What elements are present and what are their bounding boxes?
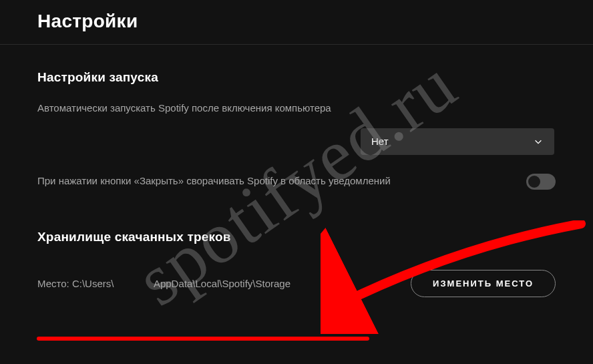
change-location-button[interactable]: ИЗМЕНИТЬ МЕСТО bbox=[411, 270, 556, 297]
page-title: Настройки bbox=[0, 0, 593, 44]
chevron-down-icon bbox=[533, 136, 544, 147]
section-heading-startup: Настройки запуска bbox=[37, 45, 556, 101]
settings-content: Настройки запуска Автоматически запускат… bbox=[0, 45, 593, 297]
annotation-underline bbox=[37, 337, 369, 341]
section-heading-storage: Хранилище скачанных треков bbox=[37, 199, 556, 260]
autostart-label: Автоматически запускать Spotify после вк… bbox=[37, 101, 556, 116]
close-to-tray-label: При нажатии кнопки «Закрыть» сворачивать… bbox=[37, 174, 391, 189]
storage-row: Место: C:\Users\ AppData\Local\Spotify\S… bbox=[37, 260, 556, 297]
autostart-select[interactable]: Нет bbox=[361, 128, 554, 155]
autostart-value: Нет bbox=[371, 136, 389, 147]
close-to-tray-toggle[interactable] bbox=[526, 174, 556, 190]
storage-path: Место: C:\Users\ AppData\Local\Spotify\S… bbox=[37, 278, 395, 289]
toggle-knob bbox=[528, 176, 540, 188]
storage-path-suffix: AppData\Local\Spotify\Storage bbox=[154, 278, 290, 289]
storage-path-prefix: Место: C:\Users\ bbox=[37, 278, 114, 289]
